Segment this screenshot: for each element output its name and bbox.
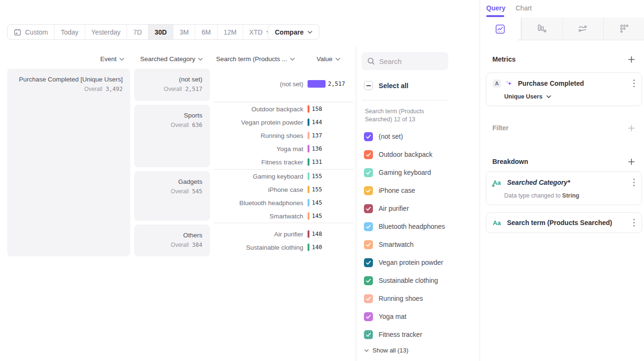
legend-item[interactable]: Fitness tracker [358,325,480,343]
search-input[interactable] [379,57,445,65]
tab-insights[interactable] [480,18,521,40]
legend-item[interactable]: iPhone case [358,181,480,199]
add-filter-icon[interactable] [628,125,635,132]
legend-item[interactable]: Vegan protein powder [358,253,480,271]
event-sparkle-icon [506,80,513,87]
divider [362,100,448,100]
checkbox-checked[interactable] [364,168,373,177]
breakdown-card-searched-category[interactable]: Aa Searched Category* Data type changed … [486,171,642,205]
date-range-custom[interactable]: Custom [8,25,54,39]
checkbox-checked[interactable] [364,132,373,141]
select-all-checkbox[interactable] [364,81,373,90]
active-tab-underline [486,15,504,17]
date-range-6m[interactable]: 6M [195,25,217,39]
select-all[interactable]: Select all [364,81,408,90]
legend-item[interactable]: Gaming keyboard [358,163,480,181]
column-header-value[interactable]: Value [317,55,340,63]
date-range-3m[interactable]: 3M [173,25,195,39]
breakdown-menu-button[interactable] [633,218,635,227]
breakdown-card-search-term[interactable]: Aa Search term (Products Searched) [486,212,642,233]
category-cell-not-set: (not set) Overall2,517 [134,69,210,101]
tab-funnels[interactable] [521,18,562,40]
date-range-group: Custom Today Yesterday 7D 30D 3M 6M 12M … [7,24,278,40]
checkbox-checked[interactable] [364,330,373,339]
custom-property-star-icon [492,184,495,187]
checkbox-checked[interactable] [364,276,373,285]
column-header-event[interactable]: Event [7,55,124,63]
date-range-today[interactable]: Today [54,25,84,39]
flows-icon [578,24,588,34]
tab-flows[interactable] [562,18,604,40]
checkbox-checked[interactable] [364,240,373,249]
chevron-down-icon [546,95,551,98]
show-all-button[interactable]: Show all (13) [364,347,408,354]
calendar-icon [14,28,21,36]
retention-icon [619,24,629,34]
legend-item[interactable]: Yoga mat [358,307,480,325]
breakdown-name: Search term (Products Searched) [507,219,628,226]
term-row: Smartwatch 145 [213,209,354,223]
value-bar [308,186,309,193]
aggregation-dropdown[interactable]: Unique Users [504,93,635,100]
checkbox-checked[interactable] [364,222,373,231]
metric-card[interactable]: A Purchase Completed Unique Users [486,72,642,106]
legend-search [362,52,448,70]
add-breakdown-icon[interactable] [628,158,635,165]
checkbox-checked[interactable] [364,294,373,303]
checkbox-checked[interactable] [364,150,373,159]
value-bar [308,244,309,251]
tab-retention[interactable] [603,18,644,40]
date-range-7d[interactable]: 7D [127,25,148,39]
breakdown-note: Data type changed to String [504,192,635,199]
add-metric-icon[interactable] [628,56,635,63]
date-range-yesterday[interactable]: Yesterday [85,25,127,39]
check-icon [366,171,371,175]
value-bar [308,132,309,139]
term-row: Vegan protein powder 144 [213,116,354,129]
term-row: Bluetooth headphones 145 [213,196,354,209]
column-header-search-term[interactable]: Search term (Products ... [216,55,295,63]
legend-item[interactable]: Bluetooth headphones [358,217,480,235]
legend-item[interactable]: Sustainable clothing [358,271,480,289]
legend-list: (not set) Outdoor backpack Gaming keyboa… [358,127,480,343]
check-icon [366,279,371,283]
check-icon [366,315,371,319]
chevron-down-icon [290,58,295,61]
check-icon [366,225,371,229]
category-cell-others: Others Overall384 [134,225,210,256]
check-icon [366,243,371,247]
indeterminate-dash-icon [366,85,371,86]
chevron-down-icon [198,58,203,61]
value-bar [308,199,309,207]
breakdown-header: Breakdown [492,158,635,165]
metrics-header: Metrics [492,55,635,63]
term-group-not-set: (not set) 2,517 [213,69,354,101]
legend-item[interactable]: Outdoor backpack [358,145,480,163]
metric-menu-button[interactable] [633,79,635,88]
value-bar [308,172,309,180]
date-range-12m[interactable]: 12M [217,25,243,39]
legend-item[interactable]: Smartwatch [358,235,480,253]
tab-query[interactable]: Query [486,4,505,12]
checkbox-checked[interactable] [364,258,373,267]
breakdown-menu-button[interactable] [633,178,635,187]
check-icon [366,189,371,193]
text-property-icon: Aa [493,179,502,186]
checkbox-checked[interactable] [364,312,373,321]
text-property-icon: Aa [493,219,502,226]
event-name: Purchase Completed [Unique Users] [7,76,123,83]
checkbox-checked[interactable] [364,204,373,213]
chevron-down-icon [364,349,369,352]
check-icon [366,153,371,157]
value-bar [308,118,309,126]
legend-item[interactable]: Running shoes [358,289,480,307]
date-range-30d-selected[interactable]: 30D [148,25,173,39]
checkbox-checked[interactable] [364,186,373,195]
column-header-searched-category[interactable]: Searched Category [134,55,203,63]
legend-item[interactable]: (not set) [358,127,480,145]
metric-name: Purchase Completed [518,80,628,87]
check-icon [366,207,371,211]
compare-button[interactable]: Compare [268,24,319,40]
legend-item[interactable]: Air purifier [358,199,480,217]
tab-chart[interactable]: Chart [516,4,532,12]
